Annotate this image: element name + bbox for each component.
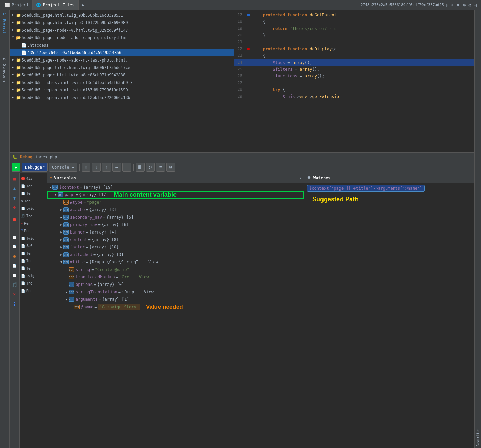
var-row-context[interactable]: ▼ arr $context = {array} [19] (47, 184, 304, 191)
session-item-5a6[interactable]: 📄 5a6 (20, 242, 47, 249)
expand-arrow-7: ▶ (11, 81, 15, 85)
session-label-twig2: Twig (26, 237, 34, 240)
debugger-tab[interactable]: Debugger (22, 163, 48, 172)
down-arrow-icon[interactable]: ▼ (11, 194, 19, 202)
globe-icon[interactable]: ⊕ (463, 2, 466, 8)
session-item-ten5[interactable]: 📄 Ten (20, 257, 47, 264)
up-arrow-icon[interactable]: ▲ (11, 184, 19, 192)
tree-item-2[interactable]: ▶ 📁 5ced0db5_page--node--%.html.twig_329… (10, 27, 234, 34)
tree-item-htaccess[interactable]: 📄 .htaccess (10, 41, 234, 49)
step-over-btn[interactable]: ⊟ (82, 163, 90, 172)
x-icon[interactable]: ✖ (11, 290, 19, 298)
toolbar-sep-1 (79, 164, 80, 171)
tree-label-435: 435c47bec7649fb9a4fbebd66f3d4c5949314856 (27, 50, 121, 55)
var-row-primary-nav[interactable]: ▶ arr primary_nav = {array} [6] (47, 221, 304, 228)
session-item-ren1[interactable]: ✖ Ren (20, 220, 47, 227)
play-button[interactable]: ▶ (12, 163, 20, 172)
gutter-19 (245, 25, 252, 32)
session-item-ten1[interactable]: 📄 Ten (20, 182, 47, 190)
session-item-the1[interactable]: 🎵 The (20, 212, 47, 220)
session-label-ten2: Ten (26, 192, 32, 195)
gear-icon[interactable]: ⚙ (11, 252, 19, 260)
session-icon-ten4: 📄 (21, 252, 25, 255)
calc-btn[interactable]: 🖩 (136, 163, 145, 172)
tree-item-6[interactable]: ▶ 📁 5ced0db5_pager.html.twig_a8ec06cb971… (10, 71, 234, 79)
var-row-arguments[interactable]: ▼ arr arguments = {array} [1] (47, 296, 304, 303)
folder-icon-1: 📁 (16, 20, 21, 25)
var-row-options[interactable]: ▶ arr options = {array} [0] (47, 281, 304, 288)
var-row-type[interactable]: ▶ str #type = "page" (47, 199, 304, 206)
list-btn[interactable]: ≡ (156, 163, 165, 172)
session-item-ren2[interactable]: ? Ren (20, 227, 47, 235)
stop-icon[interactable]: ■ (11, 175, 19, 183)
step-out-btn[interactable]: ↑ (102, 163, 111, 172)
no-icon[interactable]: ⊘ (11, 203, 19, 211)
var-row-footer[interactable]: ▶ arr footer = {array} [10] (47, 243, 304, 251)
var-row-attached[interactable]: ▶ arr #attached = {array} [3] (47, 251, 304, 258)
variables-icon: ≡ (50, 176, 52, 180)
var-row-title[interactable]: ▼ arr #title = {Drupal\Core\StringI... V… (47, 258, 304, 266)
tab-project-files[interactable]: 🌐 Project Files (33, 0, 79, 10)
var-row-content[interactable]: ▶ arr content = {array} [8] (47, 236, 304, 243)
split-icon[interactable]: ⊣ (474, 2, 477, 8)
at-btn[interactable]: @ (146, 163, 155, 172)
var-row-banner[interactable]: ▶ arr banner = {array} [4] (47, 228, 304, 236)
tree-item-4[interactable]: ▶ 📁 5ced0db5_page--node--add--my-last-ph… (10, 56, 234, 64)
var-type-string-translation: arr (69, 290, 74, 294)
line-code-17: protected function doGetParent (252, 12, 474, 18)
variables-panel-header: ≡ Variables → (47, 173, 304, 183)
session-item-ten6[interactable]: 📄 Ten (20, 264, 47, 272)
var-row-string-translation[interactable]: ▶ arr stringTranslation = {Drup... View (47, 288, 304, 296)
console-tab[interactable]: Console → (49, 163, 77, 172)
tree-item-3[interactable]: ▼ 📂 5ced0db5_page--node--add--campaign-s… (10, 34, 234, 41)
var-name-translated: translatedMarkup (76, 275, 115, 279)
sidebar-project-label[interactable]: 1: Project (2, 12, 7, 35)
code-line-23: 23 { (234, 52, 474, 59)
var-row-translated[interactable]: ▶ str translatedMarkup = "Cre... View (47, 273, 304, 281)
var-type-primary-nav: arr (63, 222, 69, 227)
gutter-26 (245, 73, 252, 80)
tree-item-7[interactable]: ▶ 📁 5ced0db5_radios.html.twig_c13c1dfeaf… (10, 79, 234, 86)
var-row-secondary-nav[interactable]: ▶ arr secondary_nav = {array} [5] (47, 213, 304, 221)
step-into-btn[interactable]: ↓ (92, 163, 101, 172)
expand-arrow-5: ▶ (11, 66, 15, 70)
tree-item-1[interactable]: ▶ 📁 5ced0db5_page.html.twig_e3ff0f22ba9b… (10, 19, 234, 27)
top-section: ▶ 📁 5ced0db5_page.html.twig_90b856bb516c… (10, 10, 474, 153)
session-item-ten4[interactable]: 📄 Ten (20, 249, 47, 257)
var-name-string: string (76, 267, 90, 272)
session-label-ten3: Ten (24, 199, 30, 203)
tab-file[interactable]: 2748a275c2a5e5586189ff6cdf79cf337ad15.ph… (357, 0, 463, 10)
tree-item-5[interactable]: ▶ 📁 5ced0db5_page-title.html.twig_db6067… (10, 64, 234, 71)
session-item-twig2[interactable]: 📄 Twig (20, 235, 47, 242)
session-item-twig3[interactable]: 📄 twig (20, 272, 47, 279)
settings-icon[interactable]: ⚙ (468, 2, 471, 8)
tab-project-files-label: Project Files (43, 3, 75, 7)
session-item-ren3[interactable]: 📄 Ren (20, 287, 47, 294)
expand-arrow-3: ▼ (11, 36, 15, 40)
watch-item-1[interactable]: $context['page']['#title']->arguments['@… (304, 184, 474, 193)
tab-play[interactable]: ▶ (79, 0, 88, 10)
var-row-atname[interactable]: ▶ str @name = "Campaign Story" Value nee… (47, 303, 304, 311)
tree-item-9[interactable]: ▶ 📁 5ced0db5_region.html.twig_daf2bbf5c7… (10, 94, 234, 101)
session-item-ten2[interactable]: 📄 Ten (20, 190, 47, 197)
expand-arrow-1: ▶ (11, 21, 15, 25)
session-item-435[interactable]: 🔴 435 (20, 175, 47, 182)
eval-btn[interactable]: ⇒ (122, 163, 131, 172)
settings2-btn[interactable]: ⊠ (166, 163, 175, 172)
tab-close-icon[interactable]: × (457, 3, 459, 7)
line-num-19: 19 (234, 25, 245, 32)
var-row-string[interactable]: ▶ str string = "Create @name" (47, 266, 304, 273)
tree-item-435[interactable]: 📄 435c47bec7649fb9a4fbebd66f3d4c59493148… (10, 49, 234, 56)
tree-item-0[interactable]: ▶ 📁 5ced0db5_page.html.twig_90b856bb516c… (10, 12, 234, 19)
session-item-the2[interactable]: 📄 The (20, 279, 47, 287)
session-item-twig1[interactable]: 📄 twig (20, 205, 47, 212)
sidebar-structure-label[interactable]: Z: Structure (2, 56, 7, 84)
var-row-cache[interactable]: ▶ arr #cache = {array} [3] (47, 206, 304, 213)
tab-project[interactable]: ⬜ Project (1, 0, 33, 10)
play-icon: ▶ (82, 3, 84, 7)
run-to-cursor-btn[interactable]: → (112, 163, 121, 172)
session-item-ten3[interactable]: ⚙ Ten (20, 197, 47, 205)
var-row-page[interactable]: ▼ arr page = {array} [17] Main content v… (47, 191, 304, 199)
gutter-17 (245, 12, 252, 18)
tree-item-8[interactable]: ▶ 📁 5ced0db5_region.html.twig_d133d8b779… (10, 86, 234, 94)
